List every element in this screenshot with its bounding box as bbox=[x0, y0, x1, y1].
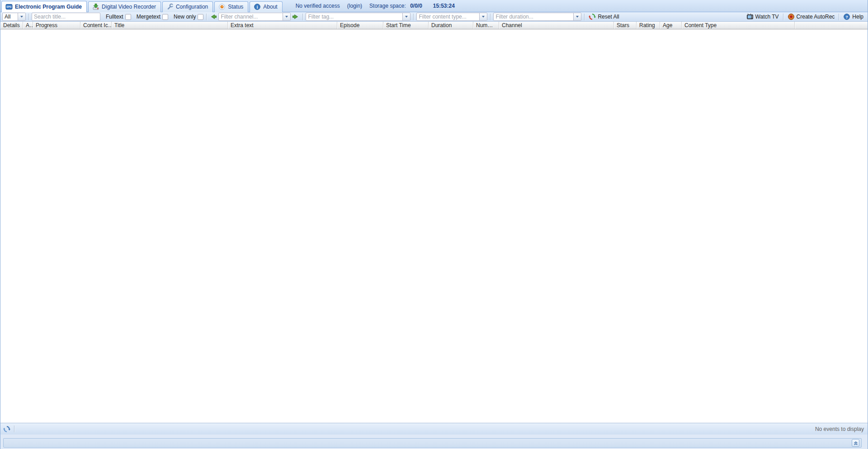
search-mode-trigger[interactable] bbox=[18, 13, 25, 20]
column-header-content-icon[interactable]: Content Ic… bbox=[80, 22, 112, 29]
storage-label: Storage space: bbox=[369, 3, 406, 9]
fulltext-checkbox[interactable] bbox=[125, 14, 131, 20]
column-header-a[interactable]: A… bbox=[23, 22, 33, 29]
tab-about[interactable]: i About bbox=[250, 1, 282, 12]
svg-text:i: i bbox=[257, 5, 258, 9]
column-header-age[interactable]: Age bbox=[660, 22, 682, 29]
fulltext-label: Fulltext bbox=[106, 14, 123, 20]
watch-tv-button[interactable]: Watch TV bbox=[745, 12, 780, 21]
access-status-text: No verified access bbox=[296, 3, 340, 9]
toolbar-separator bbox=[206, 14, 207, 20]
reset-all-button[interactable]: Reset All bbox=[587, 12, 620, 21]
tvheadend-app: EPG Electronic Program Guide Digital Vid… bbox=[0, 0, 868, 449]
statusbar-separator bbox=[14, 425, 14, 432]
south-area bbox=[0, 435, 868, 449]
newonly-checkbox[interactable] bbox=[198, 14, 203, 20]
column-header-number[interactable]: Num… bbox=[473, 22, 499, 29]
svg-text:?: ? bbox=[846, 15, 849, 19]
filter-content-type-placeholder: Filter content type... bbox=[417, 14, 479, 20]
column-header-duration[interactable]: Duration bbox=[429, 22, 473, 29]
column-header-filler bbox=[795, 22, 868, 29]
mergetext-label: Mergetext bbox=[137, 14, 160, 20]
refresh-button[interactable] bbox=[3, 425, 10, 433]
column-header-content-type[interactable]: Content Type bbox=[682, 22, 795, 29]
tab-configuration[interactable]: Configuration bbox=[162, 1, 213, 12]
green-left-arrow-icon bbox=[210, 13, 217, 20]
tab-status[interactable]: Status bbox=[214, 1, 248, 12]
filter-toolbar: All Fulltext Mergetext New only Filter c… bbox=[0, 12, 868, 22]
clock: 15:53:24 bbox=[433, 3, 455, 9]
tab-label: Electronic Program Guide bbox=[15, 4, 82, 10]
create-autorec-label: Create AutoRec bbox=[797, 14, 835, 20]
filter-duration-placeholder: Filter duration... bbox=[494, 14, 573, 20]
column-header-progress[interactable]: Progress bbox=[33, 22, 80, 29]
next-channel-button[interactable] bbox=[292, 13, 299, 20]
column-header-channel[interactable]: Channel bbox=[499, 22, 614, 29]
filter-tag-combo[interactable]: Filter tag... bbox=[306, 13, 410, 21]
prev-channel-button[interactable] bbox=[210, 13, 217, 20]
column-header-title[interactable]: Title bbox=[112, 22, 228, 29]
filter-channel-placeholder: Filter channel... bbox=[219, 14, 283, 20]
filter-content-type-combo[interactable]: Filter content type... bbox=[416, 13, 487, 21]
watch-tv-label: Watch TV bbox=[755, 14, 779, 20]
filter-tag-trigger[interactable] bbox=[402, 13, 410, 20]
newonly-label: New only bbox=[174, 14, 196, 20]
toolbar-separator bbox=[783, 14, 783, 20]
column-header-episode[interactable]: Episode bbox=[337, 22, 383, 29]
column-header-start-time[interactable]: Start Time bbox=[383, 22, 429, 29]
filter-duration-trigger[interactable] bbox=[573, 13, 581, 20]
tab-electronic-program-guide[interactable]: EPG Electronic Program Guide bbox=[1, 1, 87, 12]
help-label: Help bbox=[852, 14, 863, 20]
grid-status-message: No events to display bbox=[815, 426, 864, 432]
svg-text:EPG: EPG bbox=[7, 5, 12, 8]
filter-tag-placeholder: Filter tag... bbox=[306, 14, 402, 20]
reset-refresh-icon bbox=[589, 13, 596, 20]
epg-icon: EPG bbox=[5, 3, 13, 10]
toolbar-separator bbox=[413, 14, 414, 20]
tab-label: Status bbox=[228, 4, 243, 10]
filter-channel-combo[interactable]: Filter channel... bbox=[218, 13, 291, 21]
double-chevron-up-icon bbox=[853, 440, 859, 446]
record-icon bbox=[788, 13, 795, 20]
filter-content-type-trigger[interactable] bbox=[479, 13, 487, 20]
tab-digital-video-recorder[interactable]: Digital Video Recorder bbox=[88, 1, 161, 12]
top-info: No verified access (login) Storage space… bbox=[296, 0, 455, 12]
help-button[interactable]: ? Help bbox=[842, 12, 865, 21]
toolbar-separator bbox=[839, 14, 839, 20]
column-header-details[interactable]: Details bbox=[0, 22, 23, 29]
tab-label: Digital Video Recorder bbox=[102, 4, 156, 10]
storage-value: 0/0/0 bbox=[410, 3, 422, 9]
column-header-stars[interactable]: Stars bbox=[614, 22, 637, 29]
help-icon: ? bbox=[843, 13, 850, 20]
grid-status-bar: No events to display bbox=[0, 423, 868, 435]
toolbar-separator bbox=[302, 14, 303, 20]
mergetext-checkbox[interactable] bbox=[162, 14, 168, 20]
south-panel-collapsed[interactable] bbox=[3, 438, 862, 448]
column-header-extra-text[interactable]: Extra text bbox=[228, 22, 337, 29]
tv-icon bbox=[746, 13, 754, 20]
tab-label: Configuration bbox=[176, 4, 208, 10]
filter-channel-trigger[interactable] bbox=[283, 13, 290, 20]
grid-header: Details A… Progress Content Ic… Title Ex… bbox=[0, 22, 868, 29]
tab-label: About bbox=[263, 4, 277, 10]
search-mode-value: All bbox=[3, 14, 18, 20]
login-link[interactable]: (login) bbox=[347, 3, 362, 9]
grid-body bbox=[0, 29, 868, 423]
tab-bar: EPG Electronic Program Guide Digital Vid… bbox=[0, 0, 868, 12]
toolbar-separator bbox=[584, 14, 585, 20]
storage-space: Storage space: 0/0/0 bbox=[369, 3, 422, 9]
filter-duration-combo[interactable]: Filter duration... bbox=[493, 13, 581, 21]
search-mode-select[interactable]: All bbox=[2, 13, 26, 21]
toolbar-separator bbox=[490, 14, 491, 20]
green-right-arrow-icon bbox=[292, 13, 299, 20]
refresh-icon bbox=[3, 425, 10, 433]
column-header-rating[interactable]: Rating bbox=[637, 22, 660, 29]
create-autorec-button[interactable]: Create AutoRec bbox=[786, 12, 836, 21]
wrench-icon bbox=[166, 3, 174, 10]
info-icon: i bbox=[254, 3, 261, 10]
status-eye-icon bbox=[218, 3, 226, 10]
expand-panel-button[interactable] bbox=[852, 439, 859, 447]
toolbar-separator bbox=[28, 14, 29, 20]
reset-all-label: Reset All bbox=[598, 14, 619, 20]
search-title-input[interactable] bbox=[32, 13, 100, 21]
